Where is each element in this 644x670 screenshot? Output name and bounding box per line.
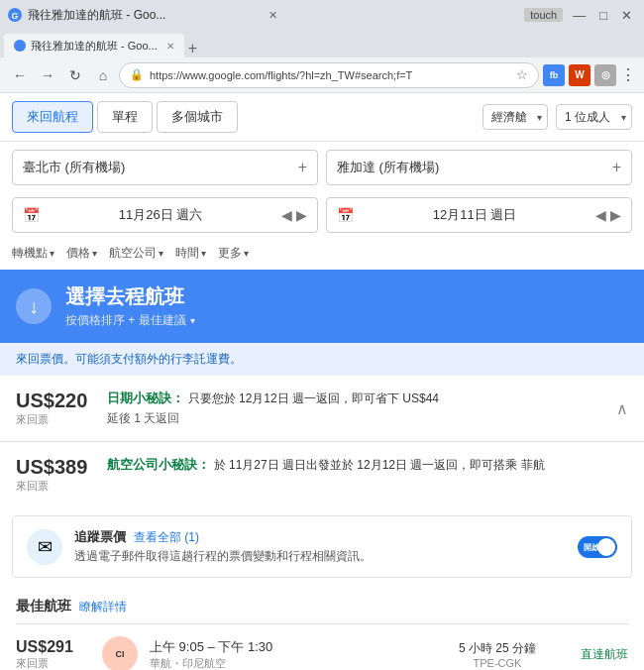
filter-airline-arrow: ▾ [159, 248, 163, 259]
banner-subtitle-text: 按價格排序 + 最佳建議 [65, 312, 186, 329]
maximize-button[interactable]: □ [595, 8, 611, 23]
url-bar[interactable]: 🔒 https://www.google.com/flights/?hl=zh_… [119, 62, 539, 88]
forward-button[interactable]: → [36, 63, 59, 87]
toggle-knob [597, 538, 615, 556]
tab-bar: 飛往雅加達的航班 - Goo... ✕ + [0, 30, 644, 57]
browser-tab[interactable]: 飛往雅加達的航班 - Goo... ✕ [4, 34, 184, 57]
tab-close-icon[interactable]: ✕ [268, 9, 277, 22]
touch-label: touch [524, 8, 563, 22]
depart-date-nav: ◀ ▶ [281, 207, 307, 223]
tab-favicon [14, 40, 26, 52]
track-toggle-switch[interactable]: 開啟 [578, 536, 617, 558]
track-title-row: 追蹤票價 查看全部 (1) [74, 528, 566, 546]
filter-price-label: 價格 [66, 245, 90, 262]
track-view-all-link[interactable]: 查看全部 (1) [134, 529, 199, 546]
origin-text: 臺北市 (所有機場) [23, 159, 125, 176]
close-button[interactable]: ✕ [617, 8, 636, 23]
browser-menu-button[interactable]: ⋮ [620, 65, 636, 84]
depart-prev-button[interactable]: ◀ [281, 207, 292, 223]
depart-next-button[interactable]: ▶ [296, 207, 307, 223]
origin-input[interactable]: 臺北市 (所有機場) + [12, 150, 318, 185]
office-extension[interactable]: W [569, 64, 590, 86]
tab-title: 飛往雅加達的航班 - Goo... [28, 7, 263, 24]
price-tip-0: 日期小秘訣： 只要您於 12月12日 週一返回，即可省下 US$44 [107, 390, 604, 407]
filter-row: 轉機點 ▾ 價格 ▾ 航空公司 ▾ 時間 ▾ 更多 ▾ [0, 241, 644, 270]
flight-options-right: 經濟艙 1 位成人 [483, 104, 632, 130]
filter-stops-arrow: ▾ [50, 248, 54, 259]
date-row: 📅 11月26日 週六 ◀ ▶ 📅 12月11日 週日 ◀ ▶ [0, 193, 644, 241]
title-bar: G 飛往雅加達的航班 - Goo... ✕ touch — □ ✕ [0, 0, 644, 30]
airport-row: 臺北市 (所有機場) + 雅加達 (所有機場) + [0, 142, 644, 193]
track-description: 透過電子郵件取得這趟行程的票價變動和行程相關資訊。 [74, 548, 566, 565]
calendar-icon: 📅 [23, 207, 40, 223]
return-date-input[interactable]: 📅 12月11日 週日 ◀ ▶ [326, 197, 632, 233]
outbound-banner: ↓ 選擇去程航班 按價格排序 + 最佳建議 ▾ [0, 270, 644, 343]
depart-date-input[interactable]: 📅 11月26日 週六 ◀ ▶ [12, 197, 318, 233]
airline-short-0: CI [116, 649, 125, 659]
price-note-0: 延後 1 天返回 [107, 410, 604, 427]
bookmark-icon[interactable]: ☆ [516, 67, 528, 82]
facebook-extension[interactable]: fb [543, 64, 565, 86]
price-expand-0[interactable]: ∧ [616, 399, 628, 418]
flight-type-tabs: 來回航程 單程 多個城市 經濟艙 1 位成人 [0, 93, 644, 142]
cabin-class-select[interactable]: 經濟艙 [483, 104, 548, 130]
filter-stops[interactable]: 轉機點 ▾ [12, 245, 54, 262]
flight-price-col-0: US$291 來回票 [16, 638, 90, 671]
best-flights-help-link[interactable]: 瞭解詳情 [79, 599, 127, 615]
new-tab-button[interactable]: + [188, 40, 197, 57]
arrive-time-0: 下午 1:30 [218, 639, 272, 654]
return-prev-button[interactable]: ◀ [595, 207, 606, 223]
track-email-icon: ✉ [27, 529, 62, 565]
banner-title: 選擇去程航班 [65, 283, 195, 310]
minimize-button[interactable]: — [569, 8, 590, 23]
filter-airline[interactable]: 航空公司 ▾ [109, 245, 163, 262]
flight-airline-0: 華航・印尼航空 [150, 656, 446, 671]
flight-stops-col-0: 直達航班 [549, 646, 628, 663]
price-tip-text-0: 只要您於 12月12日 週一返回，即可省下 US$44 [188, 391, 439, 405]
filter-price[interactable]: 價格 ▾ [66, 245, 97, 262]
tab-label: 飛往雅加達的航班 - Goo... [31, 39, 158, 54]
best-flights-header: 最佳航班 瞭解詳情 [16, 598, 628, 615]
destination-input[interactable]: 雅加達 (所有機場) + [326, 150, 632, 185]
destination-plus-icon: + [612, 159, 621, 176]
tab-multicity[interactable]: 多個城市 [157, 101, 238, 133]
filter-time-label: 時間 [175, 245, 199, 262]
passengers-select[interactable]: 1 位成人 [556, 104, 632, 130]
refresh-button[interactable]: ↻ [63, 63, 87, 87]
browser-favicon: G [8, 8, 22, 22]
passengers-wrapper: 1 位成人 [556, 104, 632, 130]
back-button[interactable]: ← [8, 63, 32, 87]
svg-text:G: G [11, 11, 18, 21]
arrow-sep-0: – [208, 639, 219, 654]
flight-time-0: 上午 9:05 – 下午 1:30 [150, 638, 446, 656]
flight-row-0[interactable]: US$291 來回票 CI 上午 9:05 – 下午 1:30 華航・印尼航空 … [16, 623, 628, 670]
extension-icons: fb W ◎ [543, 64, 616, 86]
filter-more[interactable]: 更多 ▾ [218, 245, 249, 262]
filter-time[interactable]: 時間 ▾ [175, 245, 206, 262]
flight-stops-0: 直達航班 [549, 646, 628, 663]
info-bar-text: 來回票價。可能須支付額外的行李託運費。 [16, 352, 242, 366]
best-flights-title: 最佳航班 [16, 598, 71, 615]
filter-stops-label: 轉機點 [12, 245, 48, 262]
price-amount-1: US$389 [16, 456, 95, 479]
price-card-1: US$389 來回票 航空公司小秘訣： 於 11月27日 週日出發並於 12月1… [0, 442, 644, 507]
tab-roundtrip[interactable]: 來回航程 [12, 101, 93, 133]
tab-oneway[interactable]: 單程 [97, 101, 153, 133]
return-date-text: 12月11日 週日 [433, 206, 517, 224]
home-button[interactable]: ⌂ [91, 63, 115, 87]
return-next-button[interactable]: ▶ [610, 207, 621, 223]
filter-airline-label: 航空公司 [109, 245, 157, 262]
tab-close-btn[interactable]: ✕ [166, 41, 174, 52]
best-flights-section: 最佳航班 瞭解詳情 US$291 來回票 CI 上午 9:05 – 下午 1:3… [0, 586, 644, 670]
price-tip-label-0: 日期小秘訣： [107, 391, 184, 405]
flight-type-0: 來回票 [16, 656, 90, 671]
flight-duration-col-0: 5 小時 25 分鐘 TPE-CGK [458, 640, 537, 669]
main-content: 來回航程 單程 多個城市 經濟艙 1 位成人 臺北市 (所有機場) + 雅加達 … [0, 93, 644, 670]
price-detail-1: 航空公司小秘訣： 於 11月27日 週日出發並於 12月12日 週一返回，即可搭… [107, 456, 628, 474]
ext3-icon[interactable]: ◎ [594, 64, 616, 86]
cabin-class-wrapper: 經濟艙 [483, 104, 548, 130]
price-tip-text-1: 於 11月27日 週日出發並於 12月12日 週一返回，即可搭乘 菲航 [214, 458, 545, 472]
info-bar: 來回票價。可能須支付額外的行李託運費。 [0, 343, 644, 376]
airline-logo-0: CI [102, 636, 138, 670]
flight-price-0: US$291 [16, 638, 90, 656]
